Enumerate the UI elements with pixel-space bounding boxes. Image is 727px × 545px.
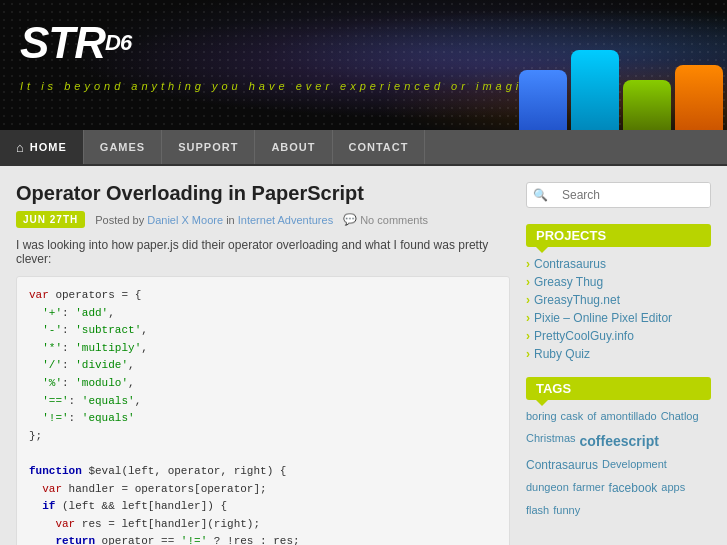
tag-development[interactable]: Development bbox=[602, 456, 667, 475]
site-header: STRD6 It is beyond anything you have eve… bbox=[0, 0, 727, 130]
tags-cloud: boring cask of amontillado Chatlog Chris… bbox=[526, 408, 711, 520]
list-item: Contrasaurus bbox=[526, 255, 711, 273]
tag-contrasaurus[interactable]: Contrasaurus bbox=[526, 456, 598, 475]
deco-orange-block bbox=[675, 65, 723, 130]
list-item: GreasyThug.net bbox=[526, 291, 711, 309]
comment-icon: 💬 bbox=[343, 213, 357, 226]
project-link-4[interactable]: Pixie – Online Pixel Editor bbox=[534, 311, 672, 325]
nav-label-support: SUPPORT bbox=[178, 141, 238, 153]
tag-of[interactable]: of bbox=[587, 408, 596, 426]
post-author: Posted by Daniel X Moore in Internet Adv… bbox=[95, 214, 333, 226]
post-title: Operator Overloading in PaperScript bbox=[16, 182, 510, 205]
projects-title: PROJECTS bbox=[526, 224, 711, 247]
search-icon: 🔍 bbox=[527, 183, 554, 207]
project-link-3[interactable]: GreasyThug.net bbox=[534, 293, 620, 307]
search-input[interactable] bbox=[554, 183, 711, 207]
comments-link[interactable]: No comments bbox=[360, 214, 428, 226]
post-date: JUN 27TH bbox=[16, 211, 85, 228]
list-item: Greasy Thug bbox=[526, 273, 711, 291]
project-link-6[interactable]: Ruby Quiz bbox=[534, 347, 590, 361]
content-area: Operator Overloading in PaperScript JUN … bbox=[16, 182, 510, 545]
project-link-1[interactable]: Contrasaurus bbox=[534, 257, 606, 271]
nav-item-home[interactable]: ⌂ HOME bbox=[0, 130, 84, 164]
list-item: Ruby Quiz bbox=[526, 345, 711, 363]
tags-title: TAGS bbox=[526, 377, 711, 400]
projects-list: Contrasaurus Greasy Thug GreasyThug.net … bbox=[526, 255, 711, 363]
tag-amontillado[interactable]: amontillado bbox=[600, 408, 656, 426]
project-link-5[interactable]: PrettyCoolGuy.info bbox=[534, 329, 634, 343]
tag-dungeon[interactable]: dungeon bbox=[526, 479, 569, 498]
project-link-2[interactable]: Greasy Thug bbox=[534, 275, 603, 289]
list-item: Pixie – Online Pixel Editor bbox=[526, 309, 711, 327]
post-comments: 💬 No comments bbox=[343, 213, 428, 226]
site-title-suffix: D6 bbox=[105, 30, 131, 55]
site-tagline: It is beyond anything you have ever expe… bbox=[20, 80, 553, 92]
deco-blue-block bbox=[519, 70, 567, 130]
deco-green-block bbox=[623, 80, 671, 130]
post-intro: I was looking into how paper.js did thei… bbox=[16, 238, 510, 266]
main-layout: Operator Overloading in PaperScript JUN … bbox=[0, 166, 727, 545]
header-decoration bbox=[519, 50, 727, 130]
main-nav: ⌂ HOME GAMES SUPPORT ABOUT CONTACT bbox=[0, 130, 727, 166]
code-block: var operators = { '+': 'add', '-': 'subt… bbox=[16, 276, 510, 545]
tag-funny[interactable]: funny bbox=[553, 502, 580, 520]
projects-section: PROJECTS Contrasaurus Greasy Thug Greasy… bbox=[526, 224, 711, 363]
tag-coffeescript[interactable]: coffeescript bbox=[580, 430, 659, 452]
nav-item-contact[interactable]: CONTACT bbox=[333, 130, 426, 164]
nav-label-contact: CONTACT bbox=[349, 141, 409, 153]
tag-apps[interactable]: apps bbox=[661, 479, 685, 498]
tag-christmas[interactable]: Christmas bbox=[526, 430, 576, 452]
post-meta: JUN 27TH Posted by Daniel X Moore in Int… bbox=[16, 211, 510, 228]
sidebar: 🔍 GO PROJECTS Contrasaurus Greasy Thug G… bbox=[526, 182, 711, 545]
site-logo[interactable]: STRD6 bbox=[20, 18, 131, 68]
nav-label-about: ABOUT bbox=[271, 141, 315, 153]
author-prefix: Posted by bbox=[95, 214, 144, 226]
list-item: PrettyCoolGuy.info bbox=[526, 327, 711, 345]
tag-chatlog[interactable]: Chatlog bbox=[661, 408, 699, 426]
nav-item-games[interactable]: GAMES bbox=[84, 130, 162, 164]
nav-label-home: HOME bbox=[30, 141, 67, 153]
deco-cyan-block bbox=[571, 50, 619, 130]
category-prefix: in bbox=[226, 214, 235, 226]
nav-label-games: GAMES bbox=[100, 141, 145, 153]
tag-farmer[interactable]: farmer bbox=[573, 479, 605, 498]
search-box: 🔍 GO bbox=[526, 182, 711, 208]
home-icon: ⌂ bbox=[16, 140, 25, 155]
nav-item-support[interactable]: SUPPORT bbox=[162, 130, 255, 164]
tags-section: TAGS boring cask of amontillado Chatlog … bbox=[526, 377, 711, 520]
site-title-prefix: STR bbox=[20, 18, 105, 67]
tag-facebook[interactable]: facebook bbox=[609, 479, 658, 498]
tag-boring[interactable]: boring bbox=[526, 408, 557, 426]
author-link[interactable]: Daniel X Moore bbox=[147, 214, 223, 226]
category-link[interactable]: Internet Adventures bbox=[238, 214, 333, 226]
tag-flash[interactable]: flash bbox=[526, 502, 549, 520]
tag-cask[interactable]: cask bbox=[561, 408, 584, 426]
nav-item-about[interactable]: ABOUT bbox=[255, 130, 332, 164]
